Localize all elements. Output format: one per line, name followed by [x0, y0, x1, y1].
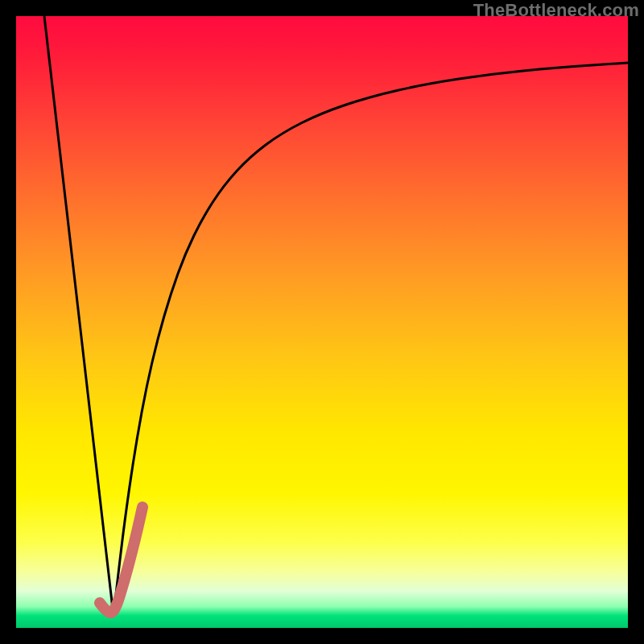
watermark-text: TheBottleneck.com	[473, 0, 639, 21]
plot-area	[16, 16, 628, 628]
series-right-curve	[114, 63, 628, 616]
series-left-line	[44, 16, 114, 616]
chart-frame: TheBottleneck.com	[0, 0, 644, 644]
curve-layer	[16, 16, 628, 628]
